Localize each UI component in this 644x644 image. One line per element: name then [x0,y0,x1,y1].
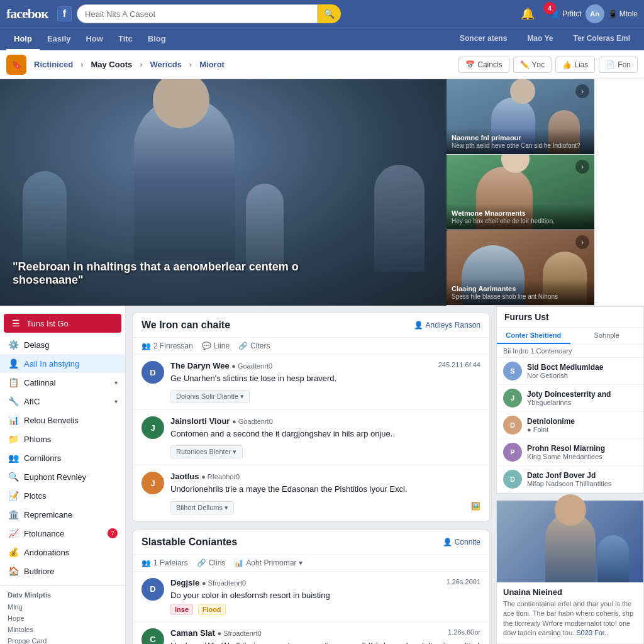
main-feed-action[interactable]: 👤 Andieys Ranson [414,321,480,330]
post-2-action-btn[interactable]: Rutonioes Blehter ▾ [170,445,243,458]
s-post-2-avatar: C [142,628,164,644]
hero-thumbnails: › Naomne fnl primaour New pth aelid heve… [447,79,594,306]
feat-item-3: D Detnlolonime ● Foint [497,412,643,439]
s-post-1-body: Degjsle ● Sfroadtenrt0 1.26s.2001 Do you… [170,578,480,615]
ync-button[interactable]: ✏️ Ync [513,57,552,73]
sidebar-item-ftolunance[interactable]: 📈 Ftolunance 7 [0,524,125,543]
sidebar-footer-propge-card[interactable]: Propge Card [8,635,118,644]
sidebar-item-aall[interactable]: 👤 Aall In ahstying [0,354,125,373]
profile-button[interactable]: 👤 Prfitct [551,9,582,18]
sidebar-footer-hope[interactable]: Hope [8,613,118,624]
fon-button[interactable]: 📄 Fon [599,57,638,73]
building-icon: 🏛️ [8,509,19,519]
sidebar-item-plotcs[interactable]: 📝 Plotcs [0,486,125,505]
stat-finressan: 👥 2 Finressan [142,341,193,350]
sidebar-footer-mlng[interactable]: Mlng [8,601,118,613]
post-2-meta: ● Goadtenrt0 [232,418,273,425]
sidebar-item-deiasg[interactable]: ⚙️ Deiasg [0,335,125,354]
feat-3-sub: ● Foint [527,426,637,433]
post-1-author: The Daryn Wee [170,361,230,370]
feat-2-avatar: J [503,389,522,408]
sidebar-item-andonations[interactable]: 💰 Andonations [0,543,125,562]
feat-sub: Bii Indro 1 Contenoary [497,345,643,358]
sidebar-highlight-btn[interactable]: ☰ Tuns Ist Go [4,314,121,333]
nav-holp[interactable]: Holp [6,28,40,51]
sidebar-item-relou[interactable]: 📊 Relou Benvelis [0,411,125,430]
hero-thumb-2[interactable]: › Wetmone Mnaorments Hey ae hox cheil oh… [447,155,594,230]
stat2-fwleiars: 👥 1 Fwleiars [142,558,188,567]
breadcrumb-miorot[interactable]: Miorot [196,60,228,69]
caincls-button[interactable]: 📅 Caincls [458,57,509,73]
top-navigation: facebок f 🔍 🔔 4 👤 Prfitct An 📱 Mtole [0,0,644,28]
thumb-1-sub: New pth aelid heve othe Can sid he Indio… [452,142,589,149]
main-feed-card: We Iron can chaite 👤 Andieys Ranson 👥 2 … [132,313,490,522]
nav-how[interactable]: How [78,28,110,51]
hero-thumb-3[interactable]: › Claaing Aarimantes Spess hile blasse s… [447,230,594,306]
sec-nav-link-2[interactable]: Mao Ye [519,28,560,51]
s-post-item-1: D Degjsle ● Sfroadtenrt0 1.26s.2001 Do y… [133,572,489,622]
breadcrumb-rictiniced[interactable]: Rictiniced [30,60,77,69]
features-title: Fururs Ust [497,307,643,328]
thumb-3-title: Claaing Aarimantes [452,284,589,293]
tab-sohnple[interactable]: Sohnple [570,328,644,344]
mobile-button[interactable]: 📱 Mtole [608,9,638,18]
sec-nav-right: Soncer atens Mao Ye Ter Coleras Eml [452,28,638,51]
breadcrumb-may-coots[interactable]: May Coots [87,60,136,69]
post-3-action-btn[interactable]: Bilhort Dellums ▾ [170,501,234,514]
avatar[interactable]: An [586,4,604,23]
sidebar-item-phloms[interactable]: 📁 Phloms [0,430,125,448]
chevron-down-icon-2: ▾ [114,398,118,405]
s-post-1-text: Do your color in olesfornsh resort in bu… [170,590,480,601]
sec-nav-link-1[interactable]: Soncer atens [452,28,514,51]
feat-3-name: Detnlolonime [527,417,637,426]
search-bar: 🔍 [77,4,341,23]
sec-nav-link-3[interactable]: Ter Coleras Eml [566,28,638,51]
stat2-primomar[interactable]: 📊 Aoht Primomar ▾ [234,558,302,567]
search-input[interactable] [77,4,318,23]
s-post-2-text: Healo as Win Wedl tloring ee ar tesen a … [170,640,480,644]
mobile-icon: 📱 [608,9,618,18]
feat-5-sub: Mifap Nadsoon Thilllantities [527,480,637,487]
sidebar-item-repremicane[interactable]: 🏛️ Repremicane [0,505,125,524]
thumb-2-arrow[interactable]: › [575,160,589,174]
nav-titc[interactable]: Titc [111,28,140,51]
feat-5-info: Datc Jonf Bover Jd Mifap Nadsoon Thillla… [527,471,637,487]
sidebar-item-euphont[interactable]: 🔍 Euphont Revniey [0,467,125,486]
sidebar-item-catlinnal[interactable]: 📋 Catlinnal ▾ [0,373,125,392]
stat-liine: 💬 Liine [202,341,230,350]
thumb-1-arrow[interactable]: › [575,84,589,98]
tag-inse[interactable]: Inse [170,604,193,615]
hero-caption: "Reebroan in nhaltings that a aenомberle… [13,260,370,287]
tab-conter-sheitiend[interactable]: Conter Sheitiend [497,328,570,344]
sidebar-item-butlriore[interactable]: 🏠 Butlriore [0,562,125,580]
feat-1-name: Sid Boct Medlumidae [527,363,637,372]
post-1-action-btn[interactable]: Dolonis Solir Diantle ▾ [170,390,250,403]
breadcrumb-bar-right: 📅 Caincls ✏️ Ync 👍 Lias 📄 Fon [458,57,638,73]
like-icon: 👍 [562,60,572,69]
user-icon: 👤 [8,358,19,369]
nav-blog[interactable]: Blog [140,28,174,51]
feat-5-name: Datc Jonf Bover Jd [527,471,637,480]
breadcrumb-wericds[interactable]: Wericds [147,60,186,69]
chart-up-icon: 📈 [8,528,19,538]
article-link[interactable]: S020 For.. [576,629,608,636]
post-item-3: J Jaotlus ● Rfeanhor0 Undorionehrils tri… [133,465,489,521]
post-1-avatar: D [142,361,164,384]
nav-easily[interactable]: Easily [40,28,79,51]
tag-flood[interactable]: Flood [198,604,226,615]
breadcrumb-bar: 🔖 Rictiniced › May Coots › Wericds › Mio… [0,50,644,79]
search-button[interactable]: 🔍 [318,4,341,23]
feat-2-sub: Ybeguelarinns [527,399,637,406]
sidebar-item-cornilonrs[interactable]: 👥 Cornilonrs [0,448,125,467]
edit-icon: ✏️ [520,60,530,69]
s-post-2-body: Caman Slat ● Sfroadtenrt0 1.26s.60or Hea… [170,628,480,644]
sidebar-footer-mintoles[interactable]: Mintoles [8,624,118,635]
second-feed-action[interactable]: 👤 Connite [443,538,480,547]
lias-button[interactable]: 👍 Lias [555,57,595,73]
thumb-3-arrow[interactable]: › [575,235,589,249]
sidebar-item-afic[interactable]: 🔧 AfIC ▾ [0,392,125,411]
hero-thumb-1[interactable]: › Naomne fnl primaour New pth aelid heve… [447,79,594,155]
list-icon: ☰ [10,318,21,328]
s-post-1-tags: Inse Flood [170,604,480,615]
feat-2-info: Joty Doincesterrity and Ybeguelarinns [527,390,637,406]
